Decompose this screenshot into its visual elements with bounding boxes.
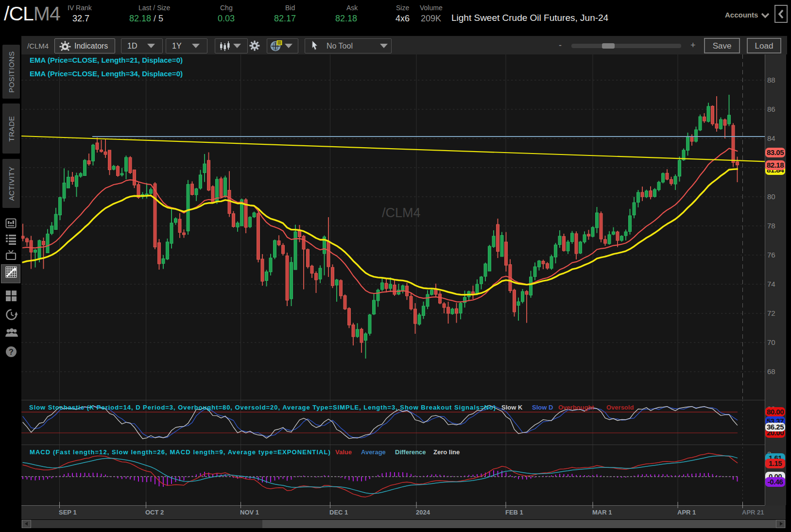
svg-text:/CLM4: /CLM4 (382, 206, 421, 220)
